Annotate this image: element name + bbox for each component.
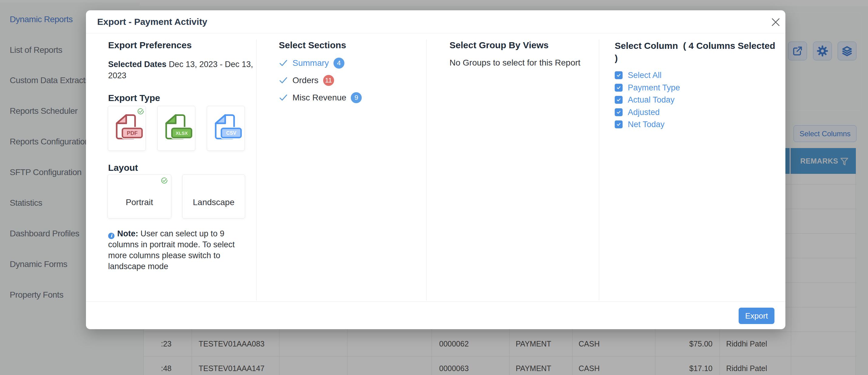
column-option-label: Select All (628, 71, 661, 80)
modal-title: Export - Payment Activity (97, 10, 207, 33)
selected-dates-label: Selected Dates (108, 60, 166, 69)
section-count-badge: 11 (323, 75, 334, 86)
column-option-label: Net Today (628, 120, 664, 129)
group-by-heading: Select Group By Views (450, 39, 549, 51)
export-preferences-heading: Export Preferences (108, 39, 192, 51)
layout-heading: Layout (108, 162, 138, 173)
svg-text:CSV: CSV (226, 130, 236, 136)
note-label: Note: (117, 229, 138, 238)
layout-landscape[interactable]: Landscape (182, 174, 245, 218)
close-icon[interactable] (771, 17, 781, 27)
select-sections-heading: Select Sections (279, 39, 346, 51)
column-option-adjusted[interactable]: Adjusted (615, 107, 660, 117)
info-icon: i (108, 233, 115, 239)
section-count-badge: 4 (334, 58, 344, 69)
column-divider (426, 39, 427, 300)
column-option-label: Adjusted (628, 108, 660, 117)
export-modal: Export - Payment Activity Export Prefere… (86, 10, 785, 329)
layout-portrait[interactable]: Portrait (107, 174, 171, 218)
select-column-heading: Select Column ( 4 Columns Selected ) (615, 39, 779, 64)
svg-text:XLSX: XLSX (176, 131, 188, 136)
export-type-csv[interactable]: CSV (207, 106, 245, 151)
modal-footer: Export (86, 301, 785, 329)
selected-check-icon (161, 177, 168, 184)
column-option-label: Actual Today (628, 95, 675, 105)
svg-text:PDF: PDF (127, 130, 138, 136)
column-divider (599, 39, 599, 300)
section-label: Summary (292, 58, 329, 68)
section-label: Misc Revenue (292, 93, 346, 103)
column-option-select-all[interactable]: Select All (615, 70, 661, 80)
column-option-label: Payment Type (628, 83, 680, 93)
section-orders[interactable]: Orders 11 (279, 74, 334, 87)
selected-dates: Selected Dates Dec 13, 2023 - Dec 13, 20… (108, 59, 260, 81)
portrait-label: Portrait (126, 198, 153, 207)
checkbox-checked[interactable] (615, 71, 623, 79)
section-label: Orders (292, 75, 318, 85)
checkbox-checked[interactable] (615, 96, 623, 104)
checkbox-checked[interactable] (615, 108, 623, 116)
xlsx-file-icon: XLSX (165, 114, 193, 140)
column-option-net-today[interactable]: Net Today (615, 119, 664, 130)
pdf-file-icon: PDF (116, 114, 144, 140)
export-type-xlsx[interactable]: XLSX (157, 106, 195, 151)
modal-header: Export - Payment Activity (86, 10, 785, 33)
csv-file-icon: CSV (214, 114, 243, 140)
export-type-pdf[interactable]: PDF (108, 106, 146, 151)
landscape-label: Landscape (193, 198, 235, 207)
check-icon (279, 93, 288, 102)
screen: Dynamic Reports List of Reports Custom D… (0, 0, 868, 375)
section-count-badge: 9 (351, 92, 362, 103)
note-text: iNote: User can select up to 9 columns i… (108, 228, 246, 272)
checkbox-checked[interactable] (615, 84, 623, 92)
check-icon (279, 59, 288, 68)
export-type-heading: Export Type (108, 92, 160, 103)
column-option-actual-today[interactable]: Actual Today (615, 95, 675, 105)
no-groups-text: No Groups to select for this Report (450, 58, 580, 68)
section-misc-revenue[interactable]: Misc Revenue 9 (279, 92, 362, 104)
column-option-payment-type[interactable]: Payment Type (615, 82, 680, 93)
checkbox-checked[interactable] (615, 121, 623, 128)
check-icon (279, 76, 288, 85)
export-button[interactable]: Export (739, 308, 774, 324)
section-summary[interactable]: Summary 4 (279, 57, 344, 69)
selected-check-icon (137, 108, 144, 115)
